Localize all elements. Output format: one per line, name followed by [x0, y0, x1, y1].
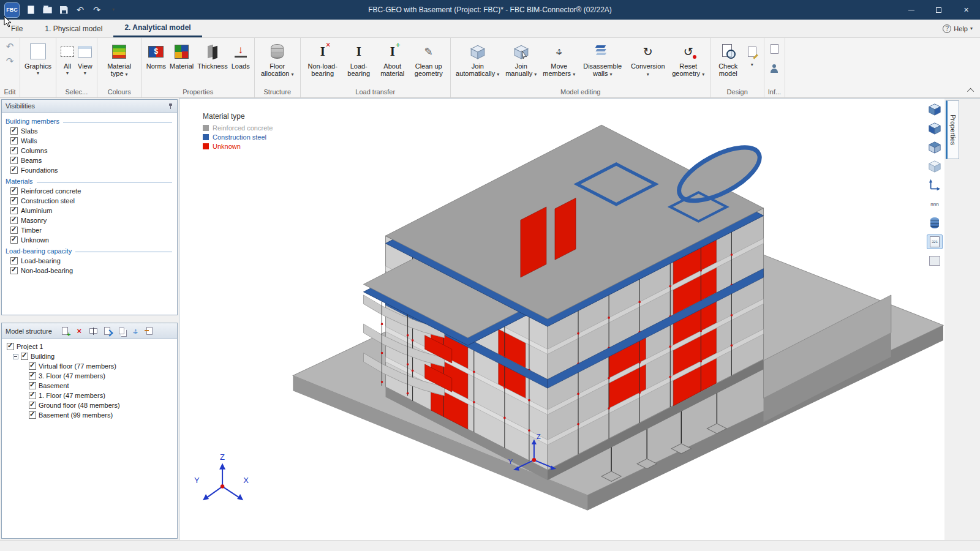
visibility-item-unknown[interactable]: Unknown — [2, 235, 177, 245]
visibility-item-construction-steel[interactable]: Construction steel — [2, 196, 177, 206]
select-all-button[interactable]: All ▾ — [59, 39, 76, 77]
visibility-item-walls[interactable]: Walls — [2, 136, 177, 146]
visibility-item-timber[interactable]: Timber — [2, 225, 177, 235]
viewport-3d[interactable]: Z Y Z Y X Material type Reinforced concr… — [179, 98, 944, 540]
export-button[interactable] — [102, 325, 113, 337]
checkbox[interactable] — [10, 167, 18, 174]
visibility-item-foundations[interactable]: Foundations — [2, 165, 177, 175]
graphics-button[interactable]: Graphics ▾ — [23, 39, 53, 77]
view-iso-ne-button[interactable] — [927, 140, 943, 154]
load-bearing-button[interactable]: I Load-bearing — [342, 39, 375, 78]
checkbox[interactable] — [10, 127, 18, 135]
ribbon-collapse-button[interactable] — [967, 86, 976, 95]
properties-tab[interactable]: Properties — [946, 100, 959, 159]
visibility-item-load-bearing[interactable]: Load-bearing — [2, 256, 177, 266]
info-account-button[interactable] — [767, 61, 782, 76]
move-members-button[interactable]: ↔ ↕ Move members ▾ — [540, 39, 578, 78]
join-manually-button[interactable]: Join manually ▾ — [502, 39, 540, 78]
new-file-button[interactable] — [25, 4, 36, 15]
ribbon-undo-button[interactable]: ↶ — [2, 39, 17, 54]
open-file-button[interactable] — [42, 4, 53, 15]
disassemble-walls-button[interactable]: Disassemble walls ▾ — [578, 39, 627, 78]
ribbon-redo-button[interactable]: ↷ — [2, 54, 17, 69]
import-button[interactable] — [144, 325, 156, 337]
tree-item-basement-1[interactable]: Basement — [3, 381, 176, 391]
delete-button[interactable]: × — [74, 325, 85, 337]
visibility-item-aluminium[interactable]: Aluminium — [2, 206, 177, 216]
qat-customize-button[interactable]: ▾ — [108, 4, 119, 15]
tab-file[interactable]: File — [0, 20, 34, 37]
building-model[interactable]: Z Y Z Y X — [179, 99, 944, 540]
checkbox[interactable] — [21, 353, 28, 360]
move-button[interactable]: ↔↕ — [130, 325, 141, 337]
checkbox[interactable] — [10, 187, 18, 195]
norms-button[interactable]: $ Norms — [145, 39, 168, 71]
tree-item-project[interactable]: Project 1 — [3, 342, 176, 351]
undo-button[interactable]: ↶ — [75, 4, 86, 15]
non-load-bearing-button[interactable]: I× Non-load-bearing — [303, 39, 342, 78]
info-document-button[interactable] — [767, 42, 782, 56]
visibility-item-beams[interactable]: Beams — [2, 156, 177, 165]
check-model-button[interactable]: Check model — [714, 39, 743, 78]
clean-up-geometry-button[interactable]: ✎ Clean up geometry — [410, 39, 448, 78]
design-extra-button[interactable]: ▾ — [743, 39, 761, 69]
visibility-item-non-load-bearing[interactable]: Non-load-bearing — [2, 266, 177, 276]
rename-button[interactable] — [88, 325, 99, 337]
close-button[interactable]: × — [952, 0, 980, 20]
thickness-button[interactable]: Thickness — [195, 39, 230, 71]
conversion-button[interactable]: ↻ Conversion ▾ — [627, 39, 669, 78]
minimize-button[interactable] — [897, 0, 925, 20]
material-type-button[interactable]: Material type ▾ — [100, 39, 139, 78]
visibility-item-reinforced-concrete[interactable]: Reinforced concrete — [2, 186, 177, 196]
material-button[interactable]: Material — [168, 39, 195, 71]
visibility-item-slabs[interactable]: Slabs — [2, 126, 177, 136]
load-cases-button[interactable] — [927, 216, 943, 230]
view-iso-sw-button[interactable] — [927, 121, 943, 135]
select-view-button[interactable]: View ▾ — [76, 39, 94, 77]
tree-item-floor-3[interactable]: 3. Floor (47 members) — [3, 371, 176, 381]
checkbox[interactable] — [10, 137, 18, 144]
render-mode-button[interactable] — [927, 253, 943, 268]
tree-item-floor-1[interactable]: 1. Floor (47 members) — [3, 391, 176, 400]
checkbox[interactable] — [29, 362, 36, 370]
redo-button[interactable]: ↷ — [91, 4, 102, 15]
checkbox[interactable] — [29, 392, 36, 399]
tree-item-building[interactable]: Building — [3, 351, 176, 361]
visibility-item-masonry[interactable]: Masonry — [2, 216, 177, 225]
tab-analytical-model[interactable]: 2. Analytical model — [113, 20, 202, 37]
checkbox[interactable] — [10, 157, 18, 164]
join-automatically-button[interactable]: Join automatically ▾ — [453, 39, 502, 78]
save-button[interactable] — [58, 4, 69, 15]
checkbox[interactable] — [10, 217, 18, 224]
collapse-expander[interactable] — [13, 354, 18, 359]
checkbox[interactable] — [29, 372, 36, 380]
tree-item-virtual-floor[interactable]: Virtual floor (77 members) — [3, 361, 176, 371]
checkbox[interactable] — [10, 257, 18, 264]
view-cube-light-button[interactable] — [927, 159, 943, 173]
checkbox[interactable] — [10, 207, 18, 214]
view-iso-se-button[interactable] — [927, 102, 943, 116]
maximize-button[interactable] — [925, 0, 952, 20]
numbering-button[interactable]: 321 — [927, 234, 943, 249]
about-material-button[interactable]: I+ About material — [375, 39, 410, 78]
checkbox[interactable] — [10, 227, 18, 234]
checkbox[interactable] — [10, 236, 18, 244]
pin-icon[interactable] — [167, 103, 173, 110]
reset-geometry-button[interactable]: ↺ Reset geometry ▾ — [669, 39, 708, 78]
supports-button[interactable]: nnn — [927, 197, 943, 211]
checkbox[interactable] — [10, 197, 18, 204]
tree-item-basement-2[interactable]: Basement (99 members) — [3, 410, 176, 420]
floor-allocation-button[interactable]: Floor allocation ▾ — [257, 39, 298, 78]
help-menu[interactable]: ? Help ▾ — [943, 20, 980, 37]
checkbox[interactable] — [10, 267, 18, 274]
checkbox[interactable] — [29, 411, 36, 419]
view-plan-button[interactable] — [927, 178, 943, 192]
tree-item-ground-floor[interactable]: Ground floor (48 members) — [3, 400, 176, 410]
visibilities-header[interactable]: Visibilities — [2, 100, 177, 113]
copy-button[interactable] — [116, 325, 127, 337]
visibility-item-columns[interactable]: Columns — [2, 146, 177, 156]
checkbox[interactable] — [29, 402, 36, 409]
loads-button[interactable]: ↓ Loads — [230, 39, 252, 71]
tab-physical-model[interactable]: 1. Physical model — [34, 20, 113, 37]
checkbox[interactable] — [29, 382, 36, 389]
